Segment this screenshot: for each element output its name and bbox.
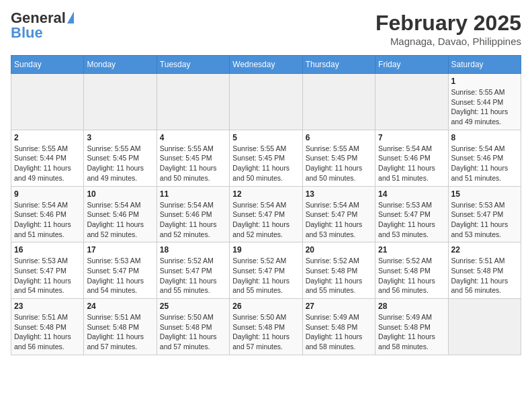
day-info: Sunrise: 5:51 AMSunset: 5:48 PMDaylight:… [87, 312, 153, 352]
calendar-week-1: 1Sunrise: 5:55 AMSunset: 5:44 PMDaylight… [11, 74, 521, 130]
calendar-day-cell [230, 74, 302, 130]
calendar-week-3: 9Sunrise: 5:54 AMSunset: 5:46 PMDaylight… [11, 186, 521, 242]
day-info: Sunrise: 5:55 AMSunset: 5:44 PMDaylight:… [451, 87, 518, 127]
day-info: Sunrise: 5:53 AMSunset: 5:47 PMDaylight:… [378, 200, 445, 240]
calendar-week-2: 2Sunrise: 5:55 AMSunset: 5:44 PMDaylight… [11, 130, 521, 186]
calendar-day-cell: 5Sunrise: 5:55 AMSunset: 5:45 PMDaylight… [230, 130, 302, 186]
day-info: Sunrise: 5:55 AMSunset: 5:45 PMDaylight:… [232, 144, 299, 183]
day-info: Sunrise: 5:53 AMSunset: 5:47 PMDaylight:… [14, 256, 81, 295]
calendar-day-cell: 26Sunrise: 5:50 AMSunset: 5:48 PMDayligh… [230, 299, 302, 355]
day-number: 13 [306, 189, 372, 199]
calendar-day-cell: 15Sunrise: 5:53 AMSunset: 5:47 PMDayligh… [448, 186, 521, 242]
weekday-header-sunday: Sunday [11, 56, 84, 74]
day-number: 21 [378, 245, 445, 255]
day-number: 28 [378, 302, 445, 311]
calendar-day-cell: 14Sunrise: 5:53 AMSunset: 5:47 PMDayligh… [375, 186, 448, 242]
logo-triangle-icon [67, 11, 74, 24]
calendar-day-cell: 17Sunrise: 5:53 AMSunset: 5:47 PMDayligh… [84, 242, 157, 299]
day-info: Sunrise: 5:52 AMSunset: 5:48 PMDaylight:… [306, 256, 372, 295]
day-info: Sunrise: 5:51 AMSunset: 5:48 PMDaylight:… [14, 312, 81, 352]
month-year-title: February 2025 [375, 11, 521, 36]
calendar-day-cell [302, 74, 375, 130]
day-number: 12 [232, 189, 299, 199]
day-info: Sunrise: 5:49 AMSunset: 5:48 PMDaylight:… [378, 312, 445, 352]
calendar-week-5: 23Sunrise: 5:51 AMSunset: 5:48 PMDayligh… [11, 299, 521, 355]
day-info: Sunrise: 5:55 AMSunset: 5:45 PMDaylight:… [87, 144, 153, 183]
weekday-header-thursday: Thursday [302, 56, 375, 74]
calendar-day-cell: 10Sunrise: 5:54 AMSunset: 5:46 PMDayligh… [84, 186, 157, 242]
weekday-header-friday: Friday [375, 56, 448, 74]
day-number: 16 [14, 245, 81, 255]
calendar-day-cell: 8Sunrise: 5:54 AMSunset: 5:46 PMDaylight… [448, 130, 521, 186]
weekday-header-tuesday: Tuesday [157, 56, 229, 74]
title-block: February 2025 Magnaga, Davao, Philippine… [375, 11, 521, 47]
calendar-day-cell: 18Sunrise: 5:52 AMSunset: 5:47 PMDayligh… [157, 242, 229, 299]
calendar-day-cell: 23Sunrise: 5:51 AMSunset: 5:48 PMDayligh… [11, 299, 84, 355]
calendar-day-cell: 16Sunrise: 5:53 AMSunset: 5:47 PMDayligh… [11, 242, 84, 299]
calendar-day-cell [448, 299, 521, 355]
calendar-day-cell: 25Sunrise: 5:50 AMSunset: 5:48 PMDayligh… [157, 299, 229, 355]
day-info: Sunrise: 5:54 AMSunset: 5:47 PMDaylight:… [306, 200, 372, 240]
weekday-header-monday: Monday [84, 56, 157, 74]
calendar-day-cell: 7Sunrise: 5:54 AMSunset: 5:46 PMDaylight… [375, 130, 448, 186]
day-info: Sunrise: 5:52 AMSunset: 5:47 PMDaylight:… [160, 256, 226, 295]
logo-text-general: General [11, 11, 66, 26]
day-info: Sunrise: 5:53 AMSunset: 5:47 PMDaylight:… [87, 256, 153, 295]
day-info: Sunrise: 5:54 AMSunset: 5:46 PMDaylight:… [160, 200, 226, 240]
day-number: 10 [87, 189, 153, 199]
day-number: 18 [160, 245, 226, 255]
day-number: 3 [87, 133, 153, 142]
day-number: 24 [87, 302, 153, 311]
day-number: 1 [451, 77, 518, 86]
day-number: 9 [14, 189, 81, 199]
calendar-day-cell [84, 74, 157, 130]
calendar-day-cell [375, 74, 448, 130]
calendar-week-4: 16Sunrise: 5:53 AMSunset: 5:47 PMDayligh… [11, 242, 521, 299]
day-info: Sunrise: 5:50 AMSunset: 5:48 PMDaylight:… [232, 312, 299, 352]
day-number: 17 [87, 245, 153, 255]
day-number: 4 [160, 133, 226, 142]
calendar-day-cell [157, 74, 229, 130]
calendar-day-cell: 12Sunrise: 5:54 AMSunset: 5:47 PMDayligh… [230, 186, 302, 242]
day-number: 6 [306, 133, 372, 142]
day-number: 23 [14, 302, 81, 311]
calendar-day-cell: 20Sunrise: 5:52 AMSunset: 5:48 PMDayligh… [302, 242, 375, 299]
day-number: 27 [306, 302, 372, 311]
calendar-day-cell: 28Sunrise: 5:49 AMSunset: 5:48 PMDayligh… [375, 299, 448, 355]
day-info: Sunrise: 5:50 AMSunset: 5:48 PMDaylight:… [160, 312, 226, 352]
day-number: 14 [378, 189, 445, 199]
day-info: Sunrise: 5:49 AMSunset: 5:48 PMDaylight:… [306, 312, 372, 352]
calendar-header-row: SundayMondayTuesdayWednesdayThursdayFrid… [11, 56, 521, 74]
day-info: Sunrise: 5:53 AMSunset: 5:47 PMDaylight:… [451, 200, 518, 240]
day-number: 2 [14, 133, 81, 142]
calendar-day-cell: 9Sunrise: 5:54 AMSunset: 5:46 PMDaylight… [11, 186, 84, 242]
day-number: 19 [232, 245, 299, 255]
calendar-day-cell: 3Sunrise: 5:55 AMSunset: 5:45 PMDaylight… [84, 130, 157, 186]
day-info: Sunrise: 5:54 AMSunset: 5:46 PMDaylight:… [451, 144, 518, 183]
day-info: Sunrise: 5:55 AMSunset: 5:45 PMDaylight:… [160, 144, 226, 183]
calendar-table: SundayMondayTuesdayWednesdayThursdayFrid… [11, 55, 521, 355]
day-number: 15 [451, 189, 518, 199]
calendar-day-cell: 21Sunrise: 5:52 AMSunset: 5:48 PMDayligh… [375, 242, 448, 299]
calendar-day-cell: 19Sunrise: 5:52 AMSunset: 5:47 PMDayligh… [230, 242, 302, 299]
calendar-day-cell: 13Sunrise: 5:54 AMSunset: 5:47 PMDayligh… [302, 186, 375, 242]
calendar-day-cell: 24Sunrise: 5:51 AMSunset: 5:48 PMDayligh… [84, 299, 157, 355]
day-info: Sunrise: 5:55 AMSunset: 5:44 PMDaylight:… [14, 144, 81, 183]
day-number: 11 [160, 189, 226, 199]
day-number: 22 [451, 245, 518, 255]
day-number: 8 [451, 133, 518, 142]
day-info: Sunrise: 5:54 AMSunset: 5:46 PMDaylight:… [14, 200, 81, 240]
day-number: 20 [306, 245, 372, 255]
weekday-header-wednesday: Wednesday [230, 56, 302, 74]
logo: General Blue [11, 11, 74, 40]
calendar-day-cell [11, 74, 84, 130]
day-info: Sunrise: 5:51 AMSunset: 5:48 PMDaylight:… [451, 256, 518, 295]
day-number: 25 [160, 302, 226, 311]
day-number: 26 [232, 302, 299, 311]
day-info: Sunrise: 5:52 AMSunset: 5:48 PMDaylight:… [378, 256, 445, 295]
day-info: Sunrise: 5:52 AMSunset: 5:47 PMDaylight:… [232, 256, 299, 295]
location-subtitle: Magnaga, Davao, Philippines [375, 36, 521, 47]
logo-text-blue: Blue [11, 26, 43, 40]
day-info: Sunrise: 5:54 AMSunset: 5:47 PMDaylight:… [232, 200, 299, 240]
day-number: 7 [378, 133, 445, 142]
